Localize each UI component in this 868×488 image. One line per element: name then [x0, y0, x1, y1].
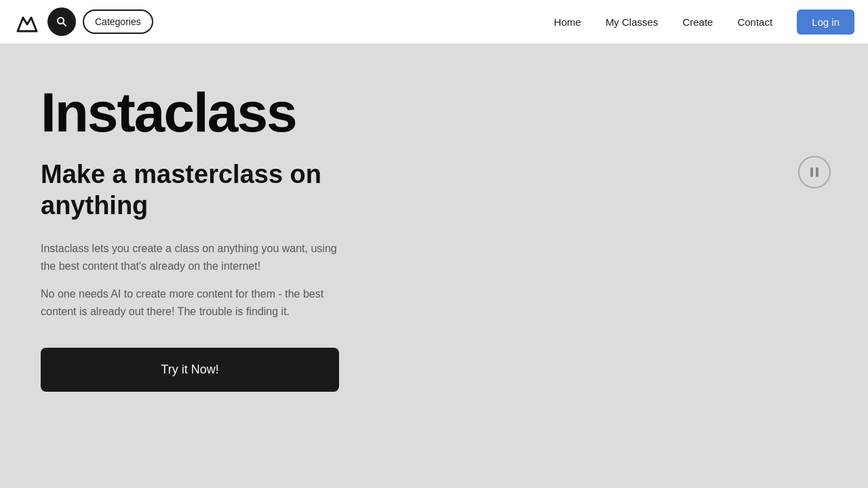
- navbar: Categories Home My Classes Create Contac…: [0, 0, 868, 44]
- login-button[interactable]: Log in: [797, 9, 854, 35]
- svg-line-2: [63, 23, 66, 26]
- navbar-right: Home My Classes Create Contact Log in: [554, 9, 854, 35]
- brand-title: Instaclass: [41, 85, 827, 140]
- nav-my-classes[interactable]: My Classes: [606, 16, 658, 28]
- categories-button[interactable]: Categories: [83, 9, 153, 34]
- hero-description-1: Instaclass lets you create a class on an…: [41, 240, 346, 274]
- hero-description-2: No one needs AI to create more content f…: [41, 285, 346, 320]
- nav-contact[interactable]: Contact: [737, 16, 772, 28]
- pause-bar-right: [816, 167, 818, 177]
- pause-icon: [810, 167, 818, 177]
- svg-marker-0: [18, 18, 37, 31]
- nav-create[interactable]: Create: [682, 16, 713, 28]
- logo[interactable]: [14, 8, 41, 35]
- search-button[interactable]: [47, 7, 76, 36]
- navbar-left: Categories: [14, 7, 153, 36]
- hero-section: Instaclass Make a masterclass on anythin…: [0, 44, 868, 488]
- hero-subtitle: Make a masterclass on anything: [41, 159, 353, 221]
- pause-bar-left: [810, 167, 813, 177]
- nav-home[interactable]: Home: [554, 16, 581, 28]
- pause-button[interactable]: [798, 156, 831, 188]
- cta-button[interactable]: Try it Now!: [41, 348, 339, 392]
